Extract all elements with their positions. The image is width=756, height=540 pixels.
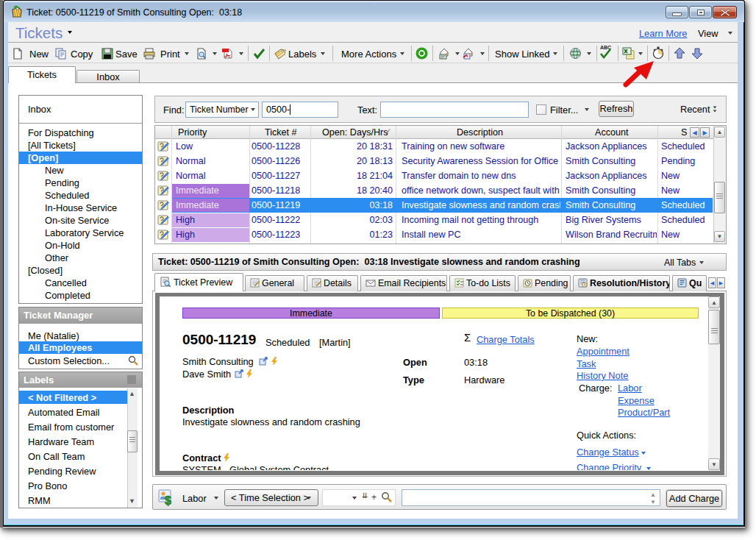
svg-text:$: $: [165, 494, 171, 506]
